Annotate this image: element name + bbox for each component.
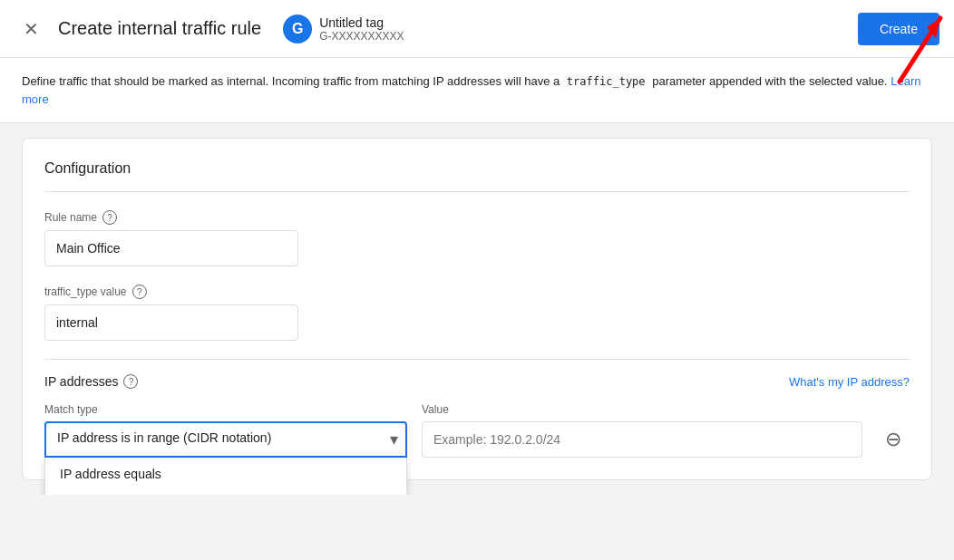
tag-name: Untitled tag [319, 15, 404, 30]
value-sublabel: Value [422, 403, 862, 416]
description-code: traffic_type [563, 74, 649, 89]
remove-row-button[interactable]: ⊖ [877, 423, 910, 456]
header: ✕ Create internal traffic rule G Untitle… [0, 0, 954, 58]
match-value-row: Match type IP address is in range (CIDR … [44, 403, 910, 458]
rule-name-label: Rule name ? [44, 210, 910, 225]
rule-name-input[interactable] [44, 230, 298, 266]
config-title: Configuration [44, 160, 910, 192]
ip-addresses-section: IP addresses ? What's my IP address? Mat… [44, 359, 910, 458]
ip-section-title: IP addresses ? [44, 374, 138, 389]
traffic-type-label: traffic_type value ? [44, 285, 910, 299]
match-type-sublabel: Match type [44, 403, 407, 416]
traffic-type-help-icon[interactable]: ? [132, 285, 147, 299]
description-text-after: parameter appended with the selected val… [649, 74, 888, 88]
configuration-card: Configuration Rule name ? traffic_type v… [22, 138, 932, 480]
description-text-before: Define traffic that should be marked as … [22, 74, 563, 88]
match-type-group: Match type IP address is in range (CIDR … [44, 403, 407, 458]
value-group: Value [422, 403, 862, 458]
main-content: Configuration Rule name ? traffic_type v… [0, 123, 954, 495]
tag-id: G-XXXXXXXXXX [319, 30, 404, 43]
tag-icon: G [283, 14, 312, 43]
traffic-type-input[interactable] [44, 304, 298, 341]
value-input[interactable] [422, 421, 862, 458]
dropdown-item-equals[interactable]: IP address equals [45, 458, 406, 490]
ip-help-icon[interactable]: ? [123, 374, 138, 389]
match-type-select-wrapper: IP address is in range (CIDR notation) ▾… [44, 421, 407, 458]
tag-details: Untitled tag G-XXXXXXXXXX [319, 15, 404, 43]
tag-info-container: G Untitled tag G-XXXXXXXXXX [283, 14, 404, 43]
traffic-type-group: traffic_type value ? [44, 285, 910, 341]
match-type-select[interactable]: IP address is in range (CIDR notation) [44, 421, 407, 458]
rule-name-help-icon[interactable]: ? [102, 210, 117, 225]
dropdown-item-begins[interactable]: IP address begins with [45, 490, 406, 495]
close-button[interactable]: ✕ [15, 13, 47, 45]
page-title: Create internal traffic rule [58, 18, 261, 39]
description-area: Define traffic that should be marked as … [0, 58, 954, 123]
match-type-dropdown: IP address equals IP address begins with… [44, 458, 407, 495]
ip-section-header: IP addresses ? What's my IP address? [44, 374, 910, 389]
create-button[interactable]: Create [858, 13, 939, 45]
whats-my-ip-link[interactable]: What's my IP address? [789, 375, 910, 389]
minus-icon: ⊖ [885, 428, 901, 451]
rule-name-group: Rule name ? [44, 210, 910, 266]
